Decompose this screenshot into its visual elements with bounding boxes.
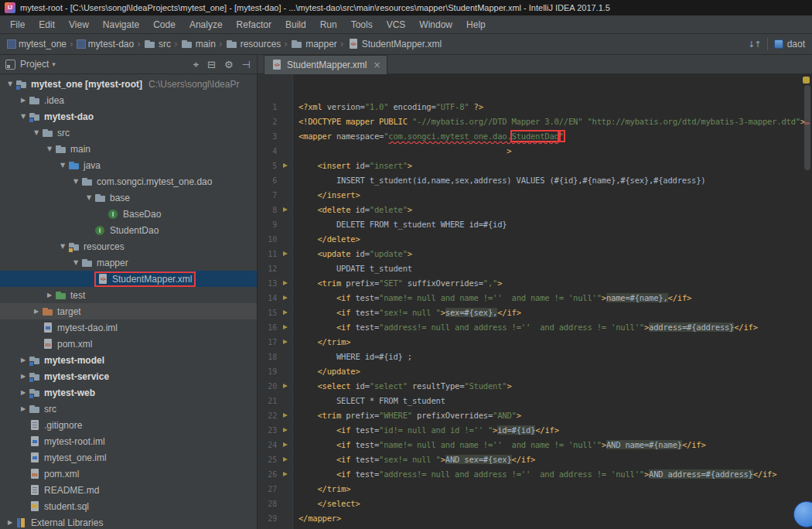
run-configuration-selector[interactable]: daot: [774, 39, 805, 49]
menu-item-analyze[interactable]: Analyze: [183, 17, 230, 32]
breadcrumb-item-studentmapper-xml[interactable]: StudentMapper.xml: [347, 38, 442, 50]
fold-marker-icon[interactable]: [283, 384, 288, 388]
tree-item-external-libraries[interactable]: ▶External Libraries: [0, 514, 257, 529]
expand-arrow-icon[interactable]: ▶: [5, 519, 15, 526]
tree-item-mytest-one-iml[interactable]: mytest_one.iml: [0, 449, 257, 466]
collapse-arrow-icon[interactable]: ▼: [5, 80, 15, 87]
menu-item-code[interactable]: Code: [146, 17, 183, 32]
code-line[interactable]: 17 </trim>: [258, 335, 812, 350]
tree-item-mytest-web[interactable]: ▶mytest-web: [0, 384, 257, 401]
code-line[interactable]: 16 <if test="address!= null and address …: [258, 320, 812, 335]
menu-item-view[interactable]: View: [62, 17, 96, 32]
tree-item-resources[interactable]: ▼resources: [0, 238, 257, 254]
code-line[interactable]: 23 <if test="id!= null and id !='' ">id=…: [258, 423, 812, 438]
tree-item-mytest-one-mytest-root[interactable]: ▼mytest_one [mytest-root]C:\Users\songl\…: [0, 76, 257, 92]
code-line[interactable]: 3<mapper namespace="com.songci.mytest_on…: [258, 129, 812, 144]
menu-item-file[interactable]: File: [3, 17, 32, 32]
editor-tab-studentmapper[interactable]: StudentMapper.xml ×: [264, 55, 387, 74]
tree-item-com-songci-mytest-one-dao[interactable]: ▼com.songci.mytest_one.dao: [0, 173, 257, 189]
tree-item-src[interactable]: ▶src: [0, 401, 257, 417]
tree-item-gitignore[interactable]: .gitignore: [0, 417, 257, 433]
editor-scrollbar[interactable]: [804, 85, 810, 170]
tree-item-java[interactable]: ▼java: [0, 157, 257, 173]
expand-arrow-icon[interactable]: ▶: [18, 389, 29, 396]
tree-item-mytest-dao[interactable]: ▼mytest-dao: [0, 108, 257, 125]
code-line[interactable]: 8 <delete id="delete">: [258, 203, 812, 217]
tree-item-pom-xml[interactable]: pom.xml: [0, 336, 257, 352]
breadcrumb-item-mytest-dao[interactable]: mytest-dao: [77, 39, 134, 49]
tree-item-mytest-service[interactable]: ▶mytest-service: [0, 368, 257, 384]
fold-marker-icon[interactable]: [283, 295, 288, 300]
code-line[interactable]: 18 WHERE id=#{id} ;: [258, 350, 812, 364]
menu-item-vcs[interactable]: VCS: [380, 17, 413, 32]
editor[interactable]: 1<?xml version="1.0" encoding="UTF-8" ?>…: [258, 74, 812, 529]
collapse-arrow-icon[interactable]: ▼: [70, 178, 81, 185]
collapse-arrow-icon[interactable]: ▼: [18, 113, 29, 120]
fold-marker-icon[interactable]: [283, 442, 288, 447]
collapse-arrow-icon[interactable]: ▼: [57, 243, 68, 250]
tree-item-mytest-model[interactable]: ▶mytest-model: [0, 352, 257, 368]
tree-item-src[interactable]: ▼src: [0, 125, 257, 141]
fold-marker-icon[interactable]: [283, 325, 288, 329]
collapse-arrow-icon[interactable]: ▼: [70, 259, 81, 266]
vcs-update-icon[interactable]: ↓↑: [748, 39, 760, 49]
tree-item-main[interactable]: ▼main: [0, 141, 257, 157]
code-line[interactable]: 5 <insert id="insert">: [258, 159, 812, 173]
project-tool-window-icon[interactable]: [5, 60, 15, 70]
code-line[interactable]: 13 <trim prefix="SET" suffixOverrides=",…: [258, 276, 812, 291]
code-line[interactable]: 22 <trim prefix="WHERE" prefixOverrides=…: [258, 408, 812, 423]
fold-marker-icon[interactable]: [283, 457, 288, 462]
code-line[interactable]: 12 UPDATE t_student: [258, 261, 812, 276]
code-line[interactable]: 26 <if test="address!= null and address …: [258, 467, 812, 482]
fold-marker-icon[interactable]: [283, 251, 288, 256]
expand-arrow-icon[interactable]: ▶: [18, 405, 29, 412]
fold-marker-icon[interactable]: [283, 428, 288, 432]
code-line[interactable]: 27 </trim>: [258, 482, 812, 497]
tree-item-mytest-root-iml[interactable]: mytest-root.iml: [0, 433, 257, 449]
tree-item-test[interactable]: ▶test: [0, 287, 257, 303]
code-line[interactable]: 4 >: [258, 144, 812, 159]
fold-marker-icon[interactable]: [283, 310, 288, 315]
menu-item-run[interactable]: Run: [313, 17, 344, 32]
breadcrumb-item-mytest-one[interactable]: mytest_one: [7, 39, 67, 49]
menu-item-navigate[interactable]: Navigate: [96, 17, 146, 32]
code-line[interactable]: 25 <if test="sex!= null ">AND sex=#{sex}…: [258, 452, 812, 467]
expand-arrow-icon[interactable]: ▶: [18, 373, 29, 380]
code-line[interactable]: 19 </update>: [258, 364, 812, 379]
code-line[interactable]: 21 SELECT * FROM t_student: [258, 394, 812, 408]
code-line[interactable]: 15 <if test="sex!= null ">sex=#{sex},</i…: [258, 305, 812, 320]
expand-arrow-icon[interactable]: ▶: [31, 308, 42, 315]
tree-item-target[interactable]: ▶target: [0, 303, 257, 319]
tree-item-mapper[interactable]: ▼mapper: [0, 254, 257, 271]
tree-item-mytest-dao-iml[interactable]: mytest-dao.iml: [0, 319, 257, 336]
tree-item-readme-md[interactable]: README.md: [0, 482, 257, 498]
code-line[interactable]: 14 <if test="name!= null and name !='' a…: [258, 291, 812, 305]
code-line[interactable]: 6 INSERT t_student(id,name,sex,address) …: [258, 173, 812, 188]
code-line[interactable]: 29</mapper>: [258, 511, 812, 526]
tree-item-studentdao[interactable]: StudentDao: [0, 222, 257, 238]
breadcrumb-item-mapper[interactable]: mapper: [291, 38, 337, 50]
code-line[interactable]: 11 <update id="update">: [258, 247, 812, 261]
menu-item-edit[interactable]: Edit: [32, 17, 62, 32]
tab-close-icon[interactable]: ×: [373, 60, 380, 70]
breadcrumb-item-resources[interactable]: resources: [226, 38, 281, 50]
fold-marker-icon[interactable]: [283, 472, 288, 476]
tree-item-base[interactable]: ▼base: [0, 189, 257, 206]
code-line[interactable]: 2<!DOCTYPE mapper PUBLIC "-//mybatis.org…: [258, 114, 812, 129]
fold-marker-icon[interactable]: [283, 163, 288, 168]
tree-item-studentmapper-xml[interactable]: StudentMapper.xml: [0, 271, 257, 287]
expand-arrow-icon[interactable]: ▶: [18, 97, 29, 104]
menu-item-build[interactable]: Build: [278, 17, 313, 32]
menu-item-tools[interactable]: Tools: [344, 17, 380, 32]
collapse-arrow-icon[interactable]: ▼: [57, 162, 68, 169]
collapse-arrow-icon[interactable]: ▼: [44, 145, 55, 152]
tree-item-student-sql[interactable]: student.sql: [0, 498, 257, 514]
tree-item-basedao[interactable]: BaseDao: [0, 206, 257, 222]
code-line[interactable]: 10 </delete>: [258, 232, 812, 247]
menu-item-refactor[interactable]: Refactor: [230, 17, 278, 32]
code-line[interactable]: 24 <if test="name!= null and name !='' a…: [258, 438, 812, 452]
breadcrumb-item-main[interactable]: main: [181, 38, 216, 50]
settings-icon[interactable]: ⚙: [224, 60, 234, 70]
hide-panel-icon[interactable]: ⊣: [242, 60, 251, 70]
collapse-all-icon[interactable]: ⊟: [207, 60, 216, 70]
